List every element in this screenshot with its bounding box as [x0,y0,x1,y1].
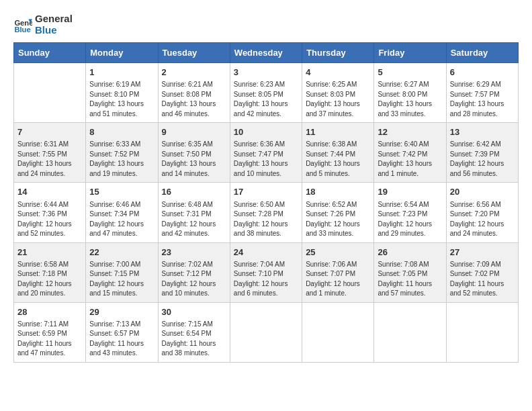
day-info: Sunrise: 6:38 AMSunset: 7:44 PMDaylight:… [306,140,370,179]
calendar-cell: 22Sunrise: 7:00 AMSunset: 7:15 PMDayligh… [86,242,158,302]
calendar-cell: 19Sunrise: 6:54 AMSunset: 7:23 PMDayligh… [374,183,446,242]
day-info: Sunrise: 6:36 AMSunset: 7:47 PMDaylight:… [234,140,298,179]
day-number: 2 [162,66,226,79]
calendar-cell: 20Sunrise: 6:56 AMSunset: 7:20 PMDayligh… [446,183,518,242]
calendar-cell [302,302,374,362]
day-number: 22 [89,246,154,259]
day-number: 12 [378,126,442,138]
day-info: Sunrise: 7:02 AMSunset: 7:12 PMDaylight:… [162,260,226,299]
calendar-cell: 27Sunrise: 7:09 AMSunset: 7:02 PMDayligh… [446,242,518,302]
day-info: Sunrise: 6:27 AMSunset: 8:00 PMDaylight:… [378,80,442,119]
calendar-cell [230,302,302,362]
calendar-cell: 1Sunrise: 6:19 AMSunset: 8:10 PMDaylight… [86,63,158,123]
calendar-cell: 12Sunrise: 6:40 AMSunset: 7:42 PMDayligh… [374,123,446,183]
calendar-cell: 9Sunrise: 6:35 AMSunset: 7:50 PMDaylight… [158,123,230,183]
day-info: Sunrise: 6:29 AMSunset: 7:57 PMDaylight:… [450,80,515,119]
day-info: Sunrise: 6:54 AMSunset: 7:23 PMDaylight:… [378,200,442,239]
day-info: Sunrise: 6:25 AMSunset: 8:03 PMDaylight:… [306,80,370,119]
calendar-cell: 5Sunrise: 6:27 AMSunset: 8:00 PMDaylight… [374,63,446,123]
day-info: Sunrise: 7:08 AMSunset: 7:05 PMDaylight:… [378,260,442,299]
day-number: 8 [89,126,154,138]
day-number: 24 [234,246,298,259]
day-number: 25 [306,246,370,259]
day-number: 7 [17,126,82,138]
day-number: 11 [306,126,370,138]
calendar-cell: 7Sunrise: 6:31 AMSunset: 7:55 PMDaylight… [14,123,86,183]
day-info: Sunrise: 6:35 AMSunset: 7:50 PMDaylight:… [162,140,226,179]
weekday-header-monday: Monday [86,43,158,63]
calendar-cell: 2Sunrise: 6:21 AMSunset: 8:08 PMDaylight… [158,63,230,123]
day-info: Sunrise: 6:56 AMSunset: 7:20 PMDaylight:… [450,200,515,239]
day-info: Sunrise: 6:42 AMSunset: 7:39 PMDaylight:… [450,140,515,179]
day-number: 21 [17,246,82,259]
calendar-cell: 13Sunrise: 6:42 AMSunset: 7:39 PMDayligh… [446,123,518,183]
day-info: Sunrise: 7:13 AMSunset: 6:57 PMDaylight:… [89,320,154,359]
day-number: 4 [306,66,370,79]
weekday-header-saturday: Saturday [446,43,518,63]
calendar-cell: 26Sunrise: 7:08 AMSunset: 7:05 PMDayligh… [374,242,446,302]
day-info: Sunrise: 7:15 AMSunset: 6:54 PMDaylight:… [162,320,226,359]
weekday-header-wednesday: Wednesday [230,43,302,63]
day-info: Sunrise: 7:11 AMSunset: 6:59 PMDaylight:… [17,320,82,359]
day-number: 9 [162,126,226,138]
day-info: Sunrise: 6:48 AMSunset: 7:31 PMDaylight:… [162,200,226,239]
calendar-cell: 23Sunrise: 7:02 AMSunset: 7:12 PMDayligh… [158,242,230,302]
day-info: Sunrise: 7:04 AMSunset: 7:10 PMDaylight:… [234,260,298,299]
day-number: 1 [89,66,154,79]
day-number: 3 [234,66,298,79]
weekday-header-friday: Friday [374,43,446,63]
day-number: 16 [162,186,226,198]
calendar-body: 1Sunrise: 6:19 AMSunset: 8:10 PMDaylight… [14,63,519,363]
day-info: Sunrise: 7:06 AMSunset: 7:07 PMDaylight:… [306,260,370,299]
weekday-header-thursday: Thursday [302,43,374,63]
calendar-cell: 24Sunrise: 7:04 AMSunset: 7:10 PMDayligh… [230,242,302,302]
calendar-cell: 25Sunrise: 7:06 AMSunset: 7:07 PMDayligh… [302,242,374,302]
day-info: Sunrise: 6:50 AMSunset: 7:28 PMDaylight:… [234,200,298,239]
calendar-week-1: 1Sunrise: 6:19 AMSunset: 8:10 PMDaylight… [14,63,519,123]
calendar-cell: 21Sunrise: 6:58 AMSunset: 7:18 PMDayligh… [14,242,86,302]
day-number: 10 [234,126,298,138]
day-info: Sunrise: 6:40 AMSunset: 7:42 PMDaylight:… [378,140,442,179]
svg-text:Blue: Blue [14,26,30,34]
calendar-cell: 11Sunrise: 6:38 AMSunset: 7:44 PMDayligh… [302,123,374,183]
calendar-cell: 28Sunrise: 7:11 AMSunset: 6:59 PMDayligh… [14,302,86,362]
calendar-cell: 3Sunrise: 6:23 AMSunset: 8:05 PMDaylight… [230,63,302,123]
day-info: Sunrise: 6:23 AMSunset: 8:05 PMDaylight:… [234,80,298,119]
logo-icon: General Blue [13,15,32,34]
calendar-cell: 15Sunrise: 6:46 AMSunset: 7:34 PMDayligh… [86,183,158,242]
day-info: Sunrise: 6:58 AMSunset: 7:18 PMDaylight:… [17,260,82,299]
calendar-table: SundayMondayTuesdayWednesdayThursdayFrid… [13,42,519,363]
weekday-header-sunday: Sunday [14,43,86,63]
calendar-cell: 8Sunrise: 6:33 AMSunset: 7:52 PMDaylight… [86,123,158,183]
day-number: 28 [17,306,82,318]
day-number: 14 [17,186,82,198]
day-info: Sunrise: 6:19 AMSunset: 8:10 PMDaylight:… [89,80,154,119]
calendar-week-3: 14Sunrise: 6:44 AMSunset: 7:36 PMDayligh… [14,183,519,242]
day-number: 20 [450,186,515,198]
calendar-cell: 30Sunrise: 7:15 AMSunset: 6:54 PMDayligh… [158,302,230,362]
calendar-cell: 4Sunrise: 6:25 AMSunset: 8:03 PMDaylight… [302,63,374,123]
calendar-cell: 29Sunrise: 7:13 AMSunset: 6:57 PMDayligh… [86,302,158,362]
calendar-cell: 17Sunrise: 6:50 AMSunset: 7:28 PMDayligh… [230,183,302,242]
day-info: Sunrise: 6:21 AMSunset: 8:08 PMDaylight:… [162,80,226,119]
day-number: 30 [162,306,226,318]
day-info: Sunrise: 7:00 AMSunset: 7:15 PMDaylight:… [89,260,154,299]
calendar-cell [14,63,86,123]
calendar-cell: 18Sunrise: 6:52 AMSunset: 7:26 PMDayligh… [302,183,374,242]
weekday-header-tuesday: Tuesday [158,43,230,63]
calendar-header: SundayMondayTuesdayWednesdayThursdayFrid… [14,43,519,63]
day-number: 27 [450,246,515,259]
day-number: 6 [450,66,515,79]
day-number: 5 [378,66,442,79]
calendar-cell [446,302,518,362]
logo: General Blue General Blue [13,13,73,36]
logo-general: General [35,13,73,25]
calendar-week-2: 7Sunrise: 6:31 AMSunset: 7:55 PMDaylight… [14,123,519,183]
day-number: 29 [89,306,154,318]
weekday-header-row: SundayMondayTuesdayWednesdayThursdayFrid… [14,43,519,63]
day-number: 15 [89,186,154,198]
calendar-cell [374,302,446,362]
day-info: Sunrise: 6:52 AMSunset: 7:26 PMDaylight:… [306,200,370,239]
calendar-week-4: 21Sunrise: 6:58 AMSunset: 7:18 PMDayligh… [14,242,519,302]
day-info: Sunrise: 7:09 AMSunset: 7:02 PMDaylight:… [450,260,515,299]
